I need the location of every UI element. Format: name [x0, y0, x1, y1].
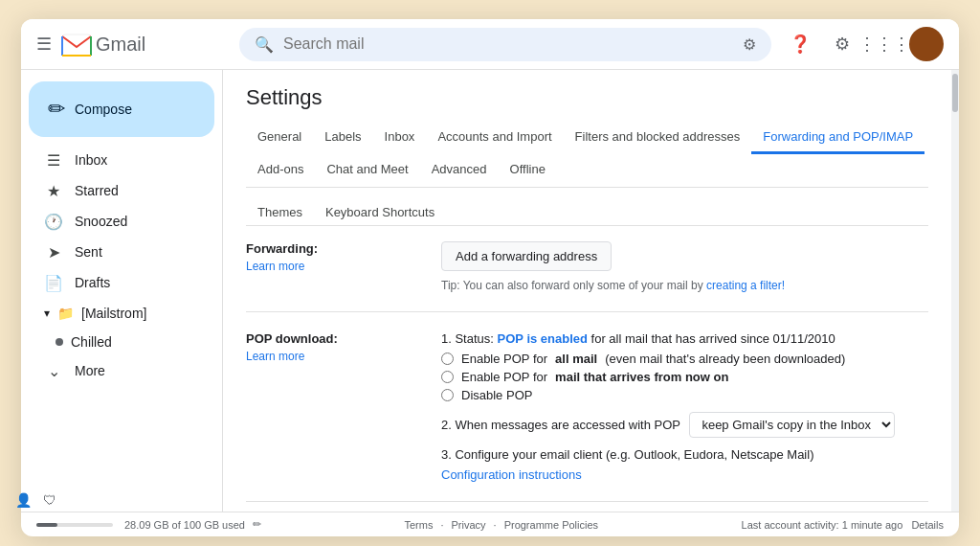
forwarding-learn-more[interactable]: Learn more	[246, 260, 418, 273]
storage-bar-fill	[36, 523, 57, 527]
footer-right: Last account activity: 1 minute ago Deta…	[742, 519, 944, 531]
group-label: [Mailstrom]	[81, 306, 146, 321]
pop-content: 1. Status: POP is enabled for all mail t…	[441, 331, 928, 482]
menu-icon[interactable]: ☰	[36, 34, 52, 55]
chilled-label: Chilled	[71, 334, 112, 350]
tab-addons[interactable]: Add-ons	[246, 154, 315, 187]
starred-label: Starred	[75, 183, 119, 198]
pop-label: POP download: Learn more	[246, 331, 418, 482]
snoozed-icon: 🕐	[44, 213, 63, 231]
sidebar-item-chilled[interactable]: Chilled	[21, 329, 222, 355]
sidebar-item-snoozed[interactable]: 🕐 Snoozed	[21, 206, 214, 237]
sidebar-item-starred[interactable]: ★ Starred	[21, 175, 214, 206]
pop-learn-more[interactable]: Learn more	[246, 350, 418, 363]
inbox-label: Inbox	[75, 152, 107, 168]
sub-tab-themes[interactable]: Themes	[246, 199, 314, 225]
pop-item3: 3. Configure your email client (e.g. Out…	[441, 447, 928, 462]
tab-forwarding[interactable]: Forwarding and POP/IMAP	[751, 122, 924, 154]
pop-radio-new[interactable]: Enable POP for mail that arrives from no…	[441, 370, 928, 384]
topbar-left: ☰	[36, 29, 228, 59]
pop-radio-group: Enable POP for all mail (even mail that'…	[441, 352, 928, 402]
starred-icon: ★	[44, 182, 63, 200]
tab-advanced[interactable]: Advanced	[420, 154, 499, 187]
tab-chat[interactable]: Chat and Meet	[315, 154, 419, 187]
terms-link[interactable]: Terms	[404, 519, 433, 531]
gmail-logo: Gmail	[61, 29, 145, 59]
creating-filter-link[interactable]: creating a filter!	[706, 279, 785, 292]
settings-icon[interactable]: ⚙	[825, 27, 859, 61]
storage-text: 28.09 GB of 100 GB used	[124, 519, 245, 531]
details-link[interactable]: Details	[911, 519, 944, 531]
pop-section: POP download: Learn more 1. Status: POP …	[246, 331, 928, 502]
pop-status: 1. Status: POP is enabled for all mail t…	[441, 331, 928, 346]
programme-link[interactable]: Programme Policies	[504, 519, 598, 531]
last-activity: Last account activity: 1 minute ago	[742, 519, 903, 531]
pop-item2: 2. When messages are accessed with POP k…	[441, 412, 928, 438]
storage-bar	[36, 523, 113, 527]
edit-icon[interactable]: ✏	[253, 518, 261, 531]
sidebar-item-more[interactable]: ⌄ More	[21, 355, 214, 386]
tab-labels[interactable]: Labels	[313, 122, 372, 154]
scrollbar[interactable]	[951, 70, 959, 512]
topbar-right: ❓ ⚙ ⋮⋮⋮	[783, 27, 944, 61]
search-tune-icon[interactable]: ⚙	[743, 35, 756, 54]
group-icon: 📁	[57, 306, 74, 321]
footer-links: Terms · Privacy · Programme Policies	[404, 519, 598, 531]
pop-when-accessed-dropdown[interactable]: keep Gmail's copy in the Inbox mark Gmai…	[689, 412, 895, 438]
pop-config-link[interactable]: Configuration instructions	[441, 467, 928, 482]
search-icon: 🔍	[255, 35, 274, 54]
main-area: ✏ Compose ☰ Inbox ★ Starred 🕐 Snoozed ➤ …	[21, 70, 959, 512]
sent-icon: ➤	[44, 243, 63, 262]
settings-tabs: General Labels Inbox Accounts and Import…	[246, 122, 928, 188]
topbar: ☰	[21, 19, 959, 70]
gmail-label: Gmail	[96, 34, 145, 56]
pop-radio-disable[interactable]: Disable POP	[441, 388, 928, 402]
compose-plus-icon: ✏	[48, 97, 65, 122]
add-forwarding-button[interactable]: Add a forwarding address	[441, 241, 612, 271]
sub-dot-icon	[56, 338, 63, 346]
tab-general[interactable]: General	[246, 122, 313, 154]
compose-label: Compose	[75, 102, 132, 117]
more-label: More	[75, 363, 105, 378]
drafts-icon: 📄	[44, 274, 63, 292]
avatar[interactable]	[909, 27, 944, 61]
tip-text: Tip: You can also forward only some of y…	[441, 279, 928, 292]
compose-button[interactable]: ✏ Compose	[29, 81, 214, 137]
pop-radio-all[interactable]: Enable POP for all mail (even mail that'…	[441, 352, 928, 366]
search-bar: 🔍 ⚙	[239, 28, 771, 61]
snoozed-label: Snoozed	[75, 214, 127, 229]
scrollbar-thumb	[952, 74, 958, 112]
svg-rect-2	[62, 34, 91, 56]
sent-label: Sent	[75, 244, 102, 260]
sidebar-item-drafts[interactable]: 📄 Drafts	[21, 267, 214, 298]
sidebar-item-inbox[interactable]: ☰ Inbox	[21, 145, 214, 175]
sub-tab-keyboard[interactable]: Keyboard Shortcuts	[314, 199, 446, 225]
settings-content: Settings General Labels Inbox Accounts a…	[222, 70, 951, 512]
sidebar-item-sent[interactable]: ➤ Sent	[21, 237, 214, 267]
page-title: Settings	[246, 85, 928, 110]
sidebar: ✏ Compose ☰ Inbox ★ Starred 🕐 Snoozed ➤ …	[21, 70, 222, 512]
search-input[interactable]	[283, 35, 733, 53]
forwarding-label: Forwarding: Learn more	[246, 241, 418, 292]
footer-left: 28.09 GB of 100 GB used ✏	[36, 518, 261, 531]
forwarding-section: Forwarding: Learn more Add a forwarding …	[246, 241, 928, 312]
apps-icon[interactable]: ⋮⋮⋮	[867, 27, 902, 61]
sidebar-group-mailstrom[interactable]: ▾ 📁 [Mailstrom]	[21, 298, 222, 329]
tab-filters[interactable]: Filters and blocked addresses	[564, 122, 752, 154]
help-icon[interactable]: ❓	[783, 27, 817, 61]
gmail-window: ☰	[21, 19, 959, 536]
inbox-icon: ☰	[44, 151, 63, 170]
tab-accounts[interactable]: Accounts and Import	[426, 122, 563, 154]
gmail-m-icon	[61, 29, 92, 59]
chevron-down-icon: ▾	[44, 307, 50, 320]
drafts-label: Drafts	[75, 275, 110, 290]
more-icon: ⌄	[44, 362, 63, 380]
tab-offline[interactable]: Offline	[499, 154, 557, 187]
person-icon[interactable]: 👤	[21, 492, 32, 508]
shield-icon[interactable]: 🛡	[43, 492, 56, 508]
tab-inbox[interactable]: Inbox	[373, 122, 427, 154]
forwarding-content: Add a forwarding address Tip: You can al…	[441, 241, 928, 292]
sub-tabs: Themes Keyboard Shortcuts	[246, 199, 928, 226]
privacy-link[interactable]: Privacy	[452, 519, 486, 531]
